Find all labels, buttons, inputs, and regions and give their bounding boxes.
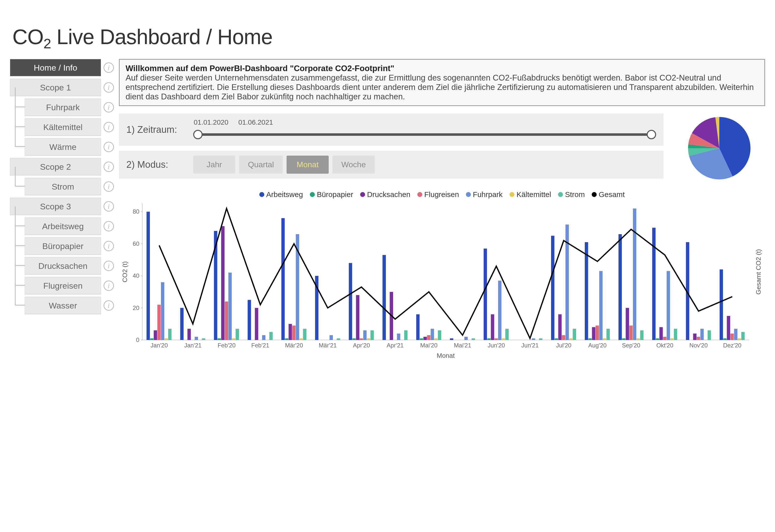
bar-fuhrpark[interactable] <box>262 335 265 340</box>
bar-fuhrpark[interactable] <box>329 335 333 340</box>
nav-item-k-ltemittel[interactable]: Kältemitteli <box>25 118 114 136</box>
bar-fuhrpark[interactable] <box>599 271 603 340</box>
info-icon[interactable]: i <box>103 102 114 112</box>
info-icon[interactable]: i <box>103 181 114 192</box>
bar-strom[interactable] <box>438 330 442 340</box>
nav-item-arbeitsweg[interactable]: Arbeitswegi <box>25 217 114 235</box>
bar-büropapier[interactable] <box>285 339 288 340</box>
info-icon[interactable]: i <box>103 161 114 172</box>
bar-büropapier[interactable] <box>555 339 558 340</box>
bar-flugreisen[interactable] <box>494 339 498 340</box>
info-icon[interactable]: i <box>103 261 114 271</box>
bar-kältemittel[interactable] <box>738 339 741 340</box>
bar-flugreisen[interactable] <box>562 335 566 340</box>
bar-strom[interactable] <box>708 330 711 340</box>
bar-arbeitsweg[interactable] <box>484 248 487 340</box>
bar-strom[interactable] <box>640 330 644 340</box>
bar-drucksachen[interactable] <box>221 226 225 340</box>
nav-item-scope-3[interactable]: Scope 3i <box>10 198 114 215</box>
bar-strom[interactable] <box>303 329 306 340</box>
info-icon[interactable]: i <box>103 62 114 73</box>
bar-arbeitsweg[interactable] <box>450 339 454 340</box>
bar-strom[interactable] <box>235 329 239 340</box>
bar-strom[interactable] <box>337 339 340 340</box>
slider-thumb-from[interactable] <box>193 130 203 139</box>
bar-büropapier[interactable] <box>217 339 221 340</box>
bar-drucksachen[interactable] <box>154 330 157 340</box>
bar-strom[interactable] <box>202 339 205 340</box>
bar-flugreisen[interactable] <box>427 335 431 340</box>
bar-flugreisen[interactable] <box>157 305 161 340</box>
bar-fuhrpark[interactable] <box>532 339 535 340</box>
bar-flugreisen[interactable] <box>292 326 296 340</box>
bar-büropapier[interactable] <box>656 339 659 340</box>
bar-kältemittel[interactable] <box>569 339 573 340</box>
info-icon[interactable]: i <box>103 82 114 93</box>
bar-arbeitsweg[interactable] <box>652 228 656 340</box>
info-icon[interactable]: i <box>103 241 114 251</box>
legend-strom[interactable]: Strom <box>558 190 585 199</box>
bar-arbeitsweg[interactable] <box>147 211 150 340</box>
bar-arbeitsweg[interactable] <box>720 270 723 340</box>
bar-kältemittel[interactable] <box>502 339 505 340</box>
info-icon[interactable]: i <box>103 142 114 152</box>
nav-item-b-ropapier[interactable]: Büropapieri <box>25 237 114 255</box>
bar-drucksachen[interactable] <box>592 327 596 340</box>
bar-drucksachen[interactable] <box>187 329 191 340</box>
bar-strom[interactable] <box>269 332 273 340</box>
bar-arbeitsweg[interactable] <box>349 263 352 340</box>
bar-kältemittel[interactable] <box>367 339 370 340</box>
bar-drucksachen[interactable] <box>255 308 258 340</box>
legend-arbeitsweg[interactable]: Arbeitsweg <box>259 190 303 199</box>
bar-flugreisen[interactable] <box>697 337 700 340</box>
bar-büropapier[interactable] <box>723 339 727 340</box>
nav-item-strom[interactable]: Stromi <box>25 178 114 195</box>
zeitraum-slider[interactable] <box>196 133 654 136</box>
nav-item-w-rme[interactable]: Wärmei <box>25 138 114 156</box>
info-icon[interactable]: i <box>103 221 114 231</box>
bar-arbeitsweg[interactable] <box>281 218 285 340</box>
bar-drucksachen[interactable] <box>727 316 730 340</box>
info-icon[interactable]: i <box>103 201 114 211</box>
bar-drucksachen[interactable] <box>356 295 359 340</box>
bar-fuhrpark[interactable] <box>667 271 670 340</box>
bar-drucksachen[interactable] <box>424 337 427 340</box>
nav-item-scope-2[interactable]: Scope 2i <box>10 158 114 175</box>
bar-drucksachen[interactable] <box>558 314 562 340</box>
bar-flugreisen[interactable] <box>225 302 228 340</box>
bar-fuhrpark[interactable] <box>195 337 198 340</box>
bar-arbeitsweg[interactable] <box>180 308 184 340</box>
nav-item-fuhrpark[interactable]: Fuhrparki <box>25 99 114 116</box>
bar-fuhrpark[interactable] <box>700 329 704 340</box>
bar-fuhrpark[interactable] <box>633 208 636 340</box>
bar-kältemittel[interactable] <box>232 339 235 340</box>
bar-strom[interactable] <box>674 329 677 340</box>
nav-item-flugreisen[interactable]: Flugreiseni <box>25 277 114 295</box>
bar-strom[interactable] <box>741 332 745 340</box>
nav-item-wasser[interactable]: Wasseri <box>25 297 114 314</box>
legend-fuhrpark[interactable]: Fuhrpark <box>466 190 503 199</box>
bar-fuhrpark[interactable] <box>363 330 367 340</box>
bar-drucksachen[interactable] <box>626 308 629 340</box>
info-icon[interactable]: i <box>103 122 114 132</box>
legend-büropapier[interactable]: Büropapier <box>310 190 353 199</box>
bar-drucksachen[interactable] <box>693 334 697 340</box>
legend-drucksachen[interactable]: Drucksachen <box>360 190 411 199</box>
bar-arbeitsweg[interactable] <box>585 242 588 340</box>
bar-strom[interactable] <box>472 339 475 340</box>
slider-thumb-to[interactable] <box>647 130 656 139</box>
bar-büropapier[interactable] <box>420 339 423 340</box>
bar-fuhrpark[interactable] <box>465 337 468 340</box>
bar-arbeitsweg[interactable] <box>248 300 251 340</box>
bar-büropapier[interactable] <box>487 339 491 340</box>
bar-strom[interactable] <box>539 339 543 340</box>
mode-quartal[interactable]: Quartal <box>239 156 283 174</box>
bar-drucksachen[interactable] <box>491 314 494 340</box>
bar-flugreisen[interactable] <box>359 339 363 340</box>
bar-kältemittel[interactable] <box>637 339 640 340</box>
bar-kältemittel[interactable] <box>164 339 168 340</box>
bar-drucksachen[interactable] <box>288 324 292 340</box>
bar-büropapier[interactable] <box>589 339 592 340</box>
bar-arbeitsweg[interactable] <box>619 234 622 340</box>
info-icon[interactable]: i <box>103 281 114 291</box>
